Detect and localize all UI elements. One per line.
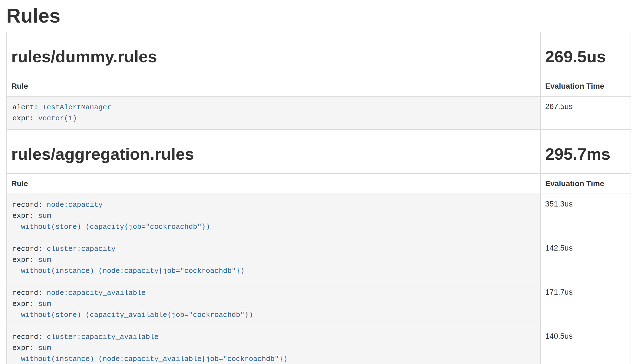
rule-code: alert: TestAlertManager expr: vector(1)	[7, 97, 540, 129]
rule-cell: record: node:capacity expr: sum without(…	[7, 194, 540, 238]
rule-cell: record: cluster:capacity expr: sum witho…	[7, 238, 540, 282]
column-header-row: Rule Evaluation Time	[7, 173, 631, 194]
rule-key-record: record:	[12, 289, 47, 297]
expression-link[interactable]: sum without(instance) (node:capacity_ava…	[12, 344, 288, 363]
rule-code: record: cluster:capacity expr: sum witho…	[7, 238, 540, 282]
record-name-link[interactable]: cluster:capacity_available	[47, 333, 159, 341]
rule-key-record: record:	[12, 333, 47, 341]
rule-key-expr: expr:	[12, 300, 38, 308]
rule-column-header: Rule	[7, 76, 540, 96]
rule-group-evaluation-time: 295.7ms	[545, 145, 626, 163]
rule-row: record: node:capacity expr: sum without(…	[7, 194, 631, 238]
expression-link[interactable]: vector(1)	[38, 114, 77, 123]
rule-key-record: record:	[12, 201, 47, 209]
expression-link[interactable]: sum without(instance) (node:capacity{job…	[12, 256, 245, 275]
rule-key-record: record:	[12, 245, 47, 253]
record-name-link[interactable]: node:capacity	[47, 201, 103, 209]
rule-key-expr: expr:	[12, 212, 38, 220]
rule-code: record: node:capacity_available expr: su…	[7, 282, 540, 326]
group-name-cell: rules/aggregation.rules	[7, 129, 540, 173]
evaluation-time-cell: 142.5us	[540, 238, 631, 282]
expression-link[interactable]: sum without(store) (capacity_available{j…	[12, 300, 253, 319]
rule-row: record: node:capacity_available expr: su…	[7, 282, 631, 326]
evaluation-time-cell: 351.3us	[540, 194, 631, 238]
record-name-link[interactable]: node:capacity_available	[47, 289, 146, 297]
rule-cell: record: node:capacity_available expr: su…	[7, 282, 540, 326]
record-name-link[interactable]: cluster:capacity	[47, 245, 116, 253]
rule-cell: alert: TestAlertManager expr: vector(1)	[7, 96, 540, 129]
rule-code: record: node:capacity expr: sum without(…	[7, 194, 540, 238]
evaluation-time-column-header: Evaluation Time	[540, 173, 631, 194]
expression-link[interactable]: sum without(store) (capacity{job="cockro…	[12, 212, 210, 231]
rule-column-header: Rule	[7, 173, 540, 194]
rule-key-alert: alert:	[12, 103, 42, 112]
evaluation-time-cell: 267.5us	[540, 96, 631, 129]
rule-cell: record: cluster:capacity_available expr:…	[7, 326, 540, 364]
evaluation-time-cell: 140.5us	[540, 326, 631, 364]
rule-group-header-row: rules/aggregation.rules 295.7ms	[7, 129, 631, 173]
rule-group-name: rules/dummy.rules	[11, 48, 536, 66]
column-header-row: Rule Evaluation Time	[7, 76, 631, 96]
rule-group-evaluation-time: 269.5us	[545, 48, 626, 66]
rule-group-header-row: rules/dummy.rules 269.5us	[7, 32, 631, 76]
group-evaluation-time-cell: 269.5us	[540, 32, 631, 76]
rule-key-expr: expr:	[12, 344, 38, 352]
evaluation-time-cell: 171.7us	[540, 282, 631, 326]
evaluation-time-column-header: Evaluation Time	[540, 76, 631, 96]
group-name-cell: rules/dummy.rules	[7, 32, 540, 76]
alert-name-link[interactable]: TestAlertManager	[42, 103, 111, 112]
rules-table: rules/dummy.rules 269.5us Rule Evaluatio…	[6, 32, 631, 364]
group-evaluation-time-cell: 295.7ms	[540, 129, 631, 173]
rule-key-expr: expr:	[12, 114, 38, 123]
rule-row: record: cluster:capacity expr: sum witho…	[7, 238, 631, 282]
page-title: Rules	[6, 5, 631, 27]
page-container: Rules rules/dummy.rules 269.5us Rule Eva…	[0, 5, 638, 364]
rule-group-name: rules/aggregation.rules	[11, 145, 536, 163]
rule-code: record: cluster:capacity_available expr:…	[7, 326, 540, 364]
rule-row: record: cluster:capacity_available expr:…	[7, 326, 631, 364]
rule-row: alert: TestAlertManager expr: vector(1) …	[7, 96, 631, 129]
rule-key-expr: expr:	[12, 256, 38, 264]
